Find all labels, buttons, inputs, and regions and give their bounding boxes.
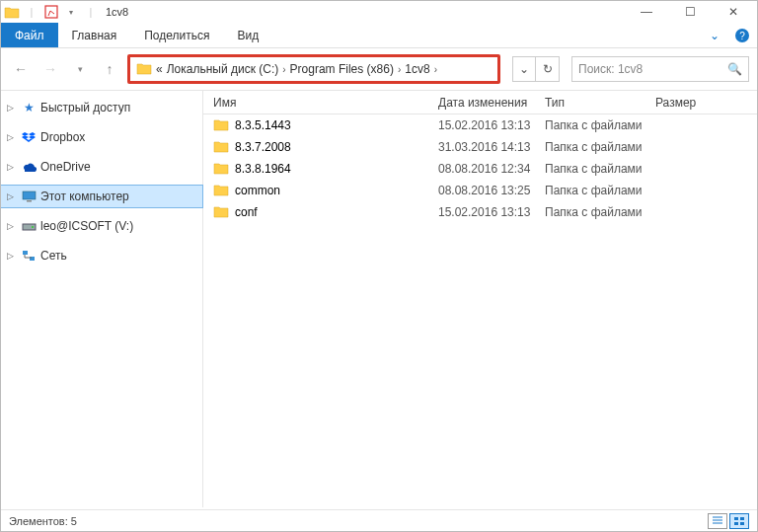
properties-icon[interactable] xyxy=(42,3,60,21)
address-bar[interactable]: « Локальный диск (C:) › Program Files (x… xyxy=(127,54,500,84)
up-button[interactable]: ↑ xyxy=(98,57,121,81)
folder-icon xyxy=(213,139,229,156)
column-headers: Имя Дата изменения Тип Размер xyxy=(203,91,757,114)
table-row[interactable]: 8.3.7.200831.03.2016 14:13Папка с файлам… xyxy=(203,136,757,158)
app-folder-icon xyxy=(3,3,21,21)
search-icon: 🔍 xyxy=(727,62,742,76)
status-text: Элементов: 5 xyxy=(9,515,77,527)
view-details-button[interactable] xyxy=(708,513,727,529)
titlebar: | ▾ | 1cv8 — ☐ ✕ xyxy=(1,1,757,23)
file-date: 15.02.2016 13:13 xyxy=(438,205,545,219)
chevron-right-icon[interactable]: › xyxy=(434,64,437,75)
file-type: Папка с файлами xyxy=(545,184,655,197)
column-type[interactable]: Тип xyxy=(545,96,655,110)
network-icon xyxy=(21,248,37,264)
svg-point-4 xyxy=(32,226,34,228)
file-date: 08.08.2016 12:34 xyxy=(438,162,545,176)
chevron-right-icon[interactable]: ▷ xyxy=(3,221,17,231)
breadcrumb-prefix: « xyxy=(156,62,163,76)
column-date[interactable]: Дата изменения xyxy=(438,96,545,110)
window-title: 1cv8 xyxy=(106,6,128,18)
nav-row: ← → ▾ ↑ « Локальный диск (C:) › Program … xyxy=(1,48,757,90)
forward-button[interactable]: → xyxy=(38,57,62,81)
svg-rect-9 xyxy=(734,522,738,525)
svg-rect-3 xyxy=(23,224,36,230)
file-date: 08.08.2016 13:25 xyxy=(438,184,545,197)
tab-home[interactable]: Главная xyxy=(58,23,131,47)
table-row[interactable]: 8.3.8.196408.08.2016 12:34Папка с файлам… xyxy=(203,158,757,180)
table-row[interactable]: common08.08.2016 13:25Папка с файлами xyxy=(203,180,757,201)
file-type: Папка с файлами xyxy=(545,162,655,176)
folder-icon xyxy=(213,183,229,199)
table-row[interactable]: conf15.02.2016 13:13Папка с файлами xyxy=(203,201,757,223)
recent-dropdown-icon[interactable]: ▾ xyxy=(68,57,92,81)
minimize-button[interactable]: — xyxy=(625,1,668,23)
svg-rect-2 xyxy=(27,200,32,202)
computer-icon xyxy=(21,189,37,204)
svg-rect-10 xyxy=(740,522,744,525)
breadcrumb-part-1[interactable]: Program Files (x86) xyxy=(290,62,394,76)
sidebar-item-quick-access[interactable]: ▷ ★ Быстрый доступ xyxy=(1,97,202,118)
search-input[interactable]: Поиск: 1cv8 🔍 xyxy=(571,56,749,82)
breadcrumb-part-2[interactable]: 1cv8 xyxy=(405,62,429,76)
sidebar: ▷ ★ Быстрый доступ ▷ Dropbox ▷ OneDrive … xyxy=(1,91,203,507)
chevron-right-icon[interactable]: ▷ xyxy=(3,132,17,142)
ribbon-expand-icon[interactable]: ⌄ xyxy=(702,23,727,47)
file-type: Папка с файлами xyxy=(545,140,655,154)
svg-rect-1 xyxy=(23,191,36,199)
sidebar-item-network-drive[interactable]: ▷ leo@ICSOFT (V:) xyxy=(1,215,202,237)
sidebar-item-onedrive[interactable]: ▷ OneDrive xyxy=(1,156,202,178)
svg-rect-8 xyxy=(740,517,744,520)
status-bar: Элементов: 5 xyxy=(1,509,757,531)
tab-view[interactable]: Вид xyxy=(223,23,272,47)
folder-icon xyxy=(213,117,229,134)
qat-separator2: | xyxy=(82,3,100,21)
sidebar-label: Сеть xyxy=(40,249,67,263)
close-button[interactable]: ✕ xyxy=(712,1,755,23)
chevron-right-icon[interactable]: › xyxy=(398,64,401,75)
file-name: 8.3.5.1443 xyxy=(235,118,291,132)
back-button[interactable]: ← xyxy=(9,57,33,81)
sidebar-item-this-pc[interactable]: ▷ Этот компьютер xyxy=(1,186,202,207)
dropbox-icon xyxy=(21,129,37,145)
sidebar-item-network[interactable]: ▷ Сеть xyxy=(1,245,202,266)
svg-rect-7 xyxy=(734,517,738,520)
file-name: 8.3.7.2008 xyxy=(235,140,291,154)
column-name[interactable]: Имя xyxy=(203,96,438,110)
star-icon: ★ xyxy=(21,100,37,115)
file-type: Папка с файлами xyxy=(545,118,655,132)
file-name: 8.3.8.1964 xyxy=(235,162,291,176)
tab-share[interactable]: Поделиться xyxy=(130,23,223,47)
table-row[interactable]: 8.3.5.144315.02.2016 13:13Папка с файлам… xyxy=(203,114,757,136)
file-name: common xyxy=(235,184,280,197)
onedrive-icon xyxy=(21,159,37,175)
maximize-button[interactable]: ☐ xyxy=(668,1,712,23)
file-pane: Имя Дата изменения Тип Размер 8.3.5.1443… xyxy=(203,91,757,507)
view-icons-button[interactable] xyxy=(729,513,749,529)
help-icon[interactable]: ? xyxy=(735,29,749,42)
chevron-right-icon[interactable]: ▷ xyxy=(3,103,17,113)
address-history-dropdown[interactable]: ⌄ xyxy=(512,56,536,82)
tab-file[interactable]: Файл xyxy=(1,23,58,47)
sidebar-label: leo@ICSOFT (V:) xyxy=(40,219,133,233)
folder-icon xyxy=(213,204,229,221)
sidebar-item-dropbox[interactable]: ▷ Dropbox xyxy=(1,126,202,148)
column-size[interactable]: Размер xyxy=(655,96,757,110)
file-name: conf xyxy=(235,205,258,219)
sidebar-label: Этот компьютер xyxy=(40,190,129,203)
chevron-right-icon[interactable]: › xyxy=(282,64,285,75)
file-type: Папка с файлами xyxy=(545,205,655,219)
breadcrumb-part-0[interactable]: Локальный диск (C:) xyxy=(167,62,279,76)
network-drive-icon xyxy=(21,218,37,234)
folder-icon xyxy=(213,161,229,178)
qat-separator: | xyxy=(23,3,40,21)
chevron-right-icon[interactable]: ▷ xyxy=(3,162,17,172)
sidebar-label: Быстрый доступ xyxy=(40,101,130,114)
chevron-right-icon[interactable]: ▷ xyxy=(3,191,17,201)
refresh-button[interactable]: ↻ xyxy=(536,56,560,82)
svg-rect-5 xyxy=(23,251,28,255)
sidebar-label: OneDrive xyxy=(40,160,91,174)
address-folder-icon xyxy=(136,61,152,77)
chevron-right-icon[interactable]: ▷ xyxy=(3,251,17,261)
qat-dropdown-icon[interactable]: ▾ xyxy=(62,3,80,21)
